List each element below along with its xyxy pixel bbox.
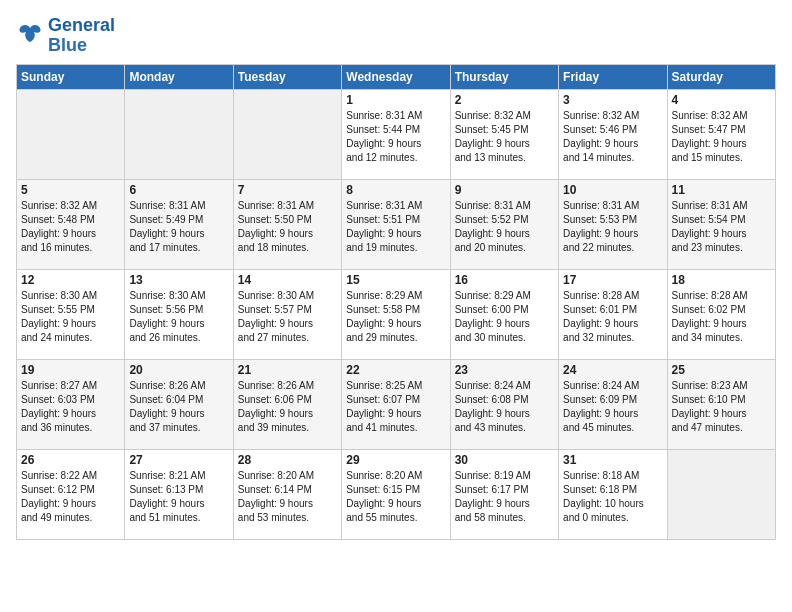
cell-info: Sunrise: 8:31 AMSunset: 5:51 PMDaylight:… xyxy=(346,199,445,255)
cell-info: Sunrise: 8:20 AMSunset: 6:15 PMDaylight:… xyxy=(346,469,445,525)
calendar-cell: 31Sunrise: 8:18 AMSunset: 6:18 PMDayligh… xyxy=(559,449,667,539)
logo-icon xyxy=(16,22,44,50)
calendar-cell: 19Sunrise: 8:27 AMSunset: 6:03 PMDayligh… xyxy=(17,359,125,449)
logo: General Blue xyxy=(16,16,115,56)
calendar-cell: 28Sunrise: 8:20 AMSunset: 6:14 PMDayligh… xyxy=(233,449,341,539)
cell-info: Sunrise: 8:25 AMSunset: 6:07 PMDaylight:… xyxy=(346,379,445,435)
cell-info: Sunrise: 8:18 AMSunset: 6:18 PMDaylight:… xyxy=(563,469,662,525)
day-number: 16 xyxy=(455,273,554,287)
day-number: 5 xyxy=(21,183,120,197)
calendar-cell xyxy=(17,89,125,179)
weekday-header-friday: Friday xyxy=(559,64,667,89)
cell-info: Sunrise: 8:20 AMSunset: 6:14 PMDaylight:… xyxy=(238,469,337,525)
logo-text: General Blue xyxy=(48,16,115,56)
calendar-cell: 11Sunrise: 8:31 AMSunset: 5:54 PMDayligh… xyxy=(667,179,775,269)
cell-info: Sunrise: 8:28 AMSunset: 6:02 PMDaylight:… xyxy=(672,289,771,345)
weekday-header-sunday: Sunday xyxy=(17,64,125,89)
day-number: 28 xyxy=(238,453,337,467)
calendar-cell: 14Sunrise: 8:30 AMSunset: 5:57 PMDayligh… xyxy=(233,269,341,359)
cell-info: Sunrise: 8:29 AMSunset: 6:00 PMDaylight:… xyxy=(455,289,554,345)
day-number: 23 xyxy=(455,363,554,377)
weekday-header-tuesday: Tuesday xyxy=(233,64,341,89)
weekday-header-thursday: Thursday xyxy=(450,64,558,89)
cell-info: Sunrise: 8:31 AMSunset: 5:54 PMDaylight:… xyxy=(672,199,771,255)
calendar-cell: 26Sunrise: 8:22 AMSunset: 6:12 PMDayligh… xyxy=(17,449,125,539)
calendar-cell: 24Sunrise: 8:24 AMSunset: 6:09 PMDayligh… xyxy=(559,359,667,449)
cell-info: Sunrise: 8:32 AMSunset: 5:46 PMDaylight:… xyxy=(563,109,662,165)
day-number: 17 xyxy=(563,273,662,287)
day-number: 26 xyxy=(21,453,120,467)
day-number: 1 xyxy=(346,93,445,107)
cell-info: Sunrise: 8:30 AMSunset: 5:57 PMDaylight:… xyxy=(238,289,337,345)
calendar-cell: 30Sunrise: 8:19 AMSunset: 6:17 PMDayligh… xyxy=(450,449,558,539)
cell-info: Sunrise: 8:31 AMSunset: 5:49 PMDaylight:… xyxy=(129,199,228,255)
cell-info: Sunrise: 8:19 AMSunset: 6:17 PMDaylight:… xyxy=(455,469,554,525)
cell-info: Sunrise: 8:31 AMSunset: 5:44 PMDaylight:… xyxy=(346,109,445,165)
calendar-cell xyxy=(233,89,341,179)
calendar-cell: 25Sunrise: 8:23 AMSunset: 6:10 PMDayligh… xyxy=(667,359,775,449)
calendar-cell: 9Sunrise: 8:31 AMSunset: 5:52 PMDaylight… xyxy=(450,179,558,269)
day-number: 8 xyxy=(346,183,445,197)
day-number: 20 xyxy=(129,363,228,377)
calendar-cell: 5Sunrise: 8:32 AMSunset: 5:48 PMDaylight… xyxy=(17,179,125,269)
cell-info: Sunrise: 8:26 AMSunset: 6:06 PMDaylight:… xyxy=(238,379,337,435)
calendar-cell: 2Sunrise: 8:32 AMSunset: 5:45 PMDaylight… xyxy=(450,89,558,179)
cell-info: Sunrise: 8:26 AMSunset: 6:04 PMDaylight:… xyxy=(129,379,228,435)
day-number: 25 xyxy=(672,363,771,377)
cell-info: Sunrise: 8:32 AMSunset: 5:45 PMDaylight:… xyxy=(455,109,554,165)
cell-info: Sunrise: 8:29 AMSunset: 5:58 PMDaylight:… xyxy=(346,289,445,345)
calendar-cell: 18Sunrise: 8:28 AMSunset: 6:02 PMDayligh… xyxy=(667,269,775,359)
cell-info: Sunrise: 8:31 AMSunset: 5:52 PMDaylight:… xyxy=(455,199,554,255)
weekday-header-wednesday: Wednesday xyxy=(342,64,450,89)
calendar-cell: 17Sunrise: 8:28 AMSunset: 6:01 PMDayligh… xyxy=(559,269,667,359)
calendar-cell: 22Sunrise: 8:25 AMSunset: 6:07 PMDayligh… xyxy=(342,359,450,449)
day-number: 21 xyxy=(238,363,337,377)
calendar-table: SundayMondayTuesdayWednesdayThursdayFrid… xyxy=(16,64,776,540)
cell-info: Sunrise: 8:31 AMSunset: 5:53 PMDaylight:… xyxy=(563,199,662,255)
day-number: 22 xyxy=(346,363,445,377)
calendar-cell: 16Sunrise: 8:29 AMSunset: 6:00 PMDayligh… xyxy=(450,269,558,359)
weekday-header-monday: Monday xyxy=(125,64,233,89)
day-number: 4 xyxy=(672,93,771,107)
calendar-cell: 13Sunrise: 8:30 AMSunset: 5:56 PMDayligh… xyxy=(125,269,233,359)
cell-info: Sunrise: 8:24 AMSunset: 6:09 PMDaylight:… xyxy=(563,379,662,435)
calendar-cell: 27Sunrise: 8:21 AMSunset: 6:13 PMDayligh… xyxy=(125,449,233,539)
calendar-cell: 8Sunrise: 8:31 AMSunset: 5:51 PMDaylight… xyxy=(342,179,450,269)
cell-info: Sunrise: 8:21 AMSunset: 6:13 PMDaylight:… xyxy=(129,469,228,525)
day-number: 13 xyxy=(129,273,228,287)
calendar-cell: 10Sunrise: 8:31 AMSunset: 5:53 PMDayligh… xyxy=(559,179,667,269)
cell-info: Sunrise: 8:28 AMSunset: 6:01 PMDaylight:… xyxy=(563,289,662,345)
cell-info: Sunrise: 8:22 AMSunset: 6:12 PMDaylight:… xyxy=(21,469,120,525)
cell-info: Sunrise: 8:32 AMSunset: 5:47 PMDaylight:… xyxy=(672,109,771,165)
day-number: 18 xyxy=(672,273,771,287)
day-number: 10 xyxy=(563,183,662,197)
weekday-header-saturday: Saturday xyxy=(667,64,775,89)
cell-info: Sunrise: 8:32 AMSunset: 5:48 PMDaylight:… xyxy=(21,199,120,255)
cell-info: Sunrise: 8:23 AMSunset: 6:10 PMDaylight:… xyxy=(672,379,771,435)
day-number: 29 xyxy=(346,453,445,467)
calendar-cell: 29Sunrise: 8:20 AMSunset: 6:15 PMDayligh… xyxy=(342,449,450,539)
cell-info: Sunrise: 8:31 AMSunset: 5:50 PMDaylight:… xyxy=(238,199,337,255)
calendar-cell xyxy=(125,89,233,179)
cell-info: Sunrise: 8:30 AMSunset: 5:55 PMDaylight:… xyxy=(21,289,120,345)
day-number: 27 xyxy=(129,453,228,467)
day-number: 9 xyxy=(455,183,554,197)
calendar-cell xyxy=(667,449,775,539)
page-header: General Blue xyxy=(16,16,776,56)
calendar-cell: 7Sunrise: 8:31 AMSunset: 5:50 PMDaylight… xyxy=(233,179,341,269)
calendar-cell: 6Sunrise: 8:31 AMSunset: 5:49 PMDaylight… xyxy=(125,179,233,269)
calendar-cell: 1Sunrise: 8:31 AMSunset: 5:44 PMDaylight… xyxy=(342,89,450,179)
day-number: 6 xyxy=(129,183,228,197)
calendar-cell: 20Sunrise: 8:26 AMSunset: 6:04 PMDayligh… xyxy=(125,359,233,449)
day-number: 3 xyxy=(563,93,662,107)
calendar-cell: 15Sunrise: 8:29 AMSunset: 5:58 PMDayligh… xyxy=(342,269,450,359)
day-number: 30 xyxy=(455,453,554,467)
cell-info: Sunrise: 8:24 AMSunset: 6:08 PMDaylight:… xyxy=(455,379,554,435)
day-number: 11 xyxy=(672,183,771,197)
day-number: 31 xyxy=(563,453,662,467)
day-number: 15 xyxy=(346,273,445,287)
day-number: 7 xyxy=(238,183,337,197)
cell-info: Sunrise: 8:27 AMSunset: 6:03 PMDaylight:… xyxy=(21,379,120,435)
day-number: 19 xyxy=(21,363,120,377)
day-number: 24 xyxy=(563,363,662,377)
